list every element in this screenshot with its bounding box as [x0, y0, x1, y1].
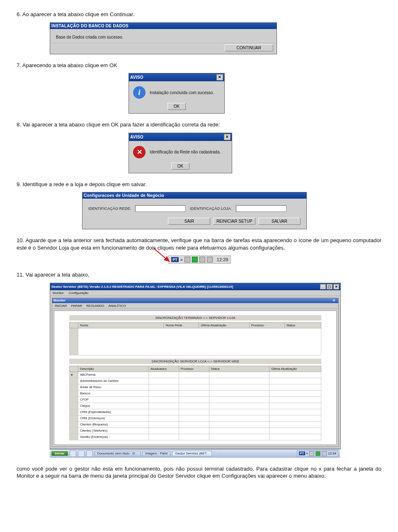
- fig4-reiniciar-button[interactable]: REINICIAR SETUP: [213, 218, 255, 225]
- fig6-start-button[interactable]: Iniciar: [51, 451, 68, 456]
- figure-3: AVISO ✕ Identificação da Rede não cadast…: [17, 133, 381, 173]
- fig6-quicklaunch-1[interactable]: [70, 450, 76, 457]
- figure-2: AVISO ✕ Instalação concluída com sucesso…: [17, 73, 381, 114]
- table-row: [70, 328, 321, 355]
- fig6-quicklaunch-3[interactable]: [86, 450, 93, 457]
- fig4-sair-button[interactable]: SAIR: [168, 218, 210, 225]
- table-row: Administradores de Cartões: [70, 378, 321, 384]
- table-row: CFOP: [70, 396, 321, 403]
- fig5-chevron-icon[interactable]: «: [180, 257, 183, 262]
- fig4-salvar-button[interactable]: SALVAR: [258, 218, 301, 225]
- figure-1: INSTALAÇÃO DO BANCO DE DADOS Base de Dad…: [17, 22, 381, 54]
- fig6-t1-h-ultatual: Última Atualização: [199, 322, 249, 328]
- figure-6: Gestor Servidor (BETA) Versão 2.1.0.2 RE…: [17, 283, 381, 458]
- fig1-title: INSTALAÇÃO DO BANCO DE DADOS: [51, 24, 275, 28]
- fig6-t2-h4: Última Atualização: [269, 366, 321, 372]
- fig6-t2-h2: Processo: [179, 366, 209, 372]
- fig6-t2-h0: Descrição: [78, 366, 149, 372]
- fig6-maximize-icon[interactable]: ▢: [327, 284, 332, 289]
- info-icon: [133, 86, 146, 99]
- fig6-tb-iniciar[interactable]: INICIAR: [55, 304, 67, 308]
- table-row: Áreas de Risco: [70, 384, 321, 390]
- fig6-t1-h-status: Status: [284, 322, 321, 328]
- step-9-text: 9. Identifique a rede e a loja e depois …: [17, 181, 381, 188]
- fig6-close-icon[interactable]: ✕: [333, 284, 339, 289]
- fig3-ok-button[interactable]: OK: [171, 163, 189, 170]
- fig6-sect2-title: SINCRONIZAÇÃO SERVIDOR LOJA <-> SERVIDOR…: [69, 359, 321, 364]
- fig4-label-loja: IDENTIFICAÇÃO LOJA:: [190, 206, 232, 211]
- fig5-servidor-loja-icon[interactable]: [192, 257, 198, 262]
- fig6-tb-parar[interactable]: PARAR: [71, 304, 82, 308]
- figure-4: Configuracoes de Unidade de Negócio IDEN…: [17, 192, 381, 229]
- fig6-task-gestor[interactable]: Gestor Servidor (BET...: [172, 451, 212, 456]
- table-row: CRM (Endereços): [70, 415, 321, 421]
- fig6-task-paint[interactable]: Imagem - Paint: [142, 451, 170, 456]
- fig5-clock: 12:29: [217, 257, 228, 262]
- fig6-t1-h-processo: Processo: [249, 322, 284, 328]
- fig6-tray-chev-icon[interactable]: «: [306, 452, 308, 455]
- table-row: CRM (Especialidades): [70, 409, 321, 415]
- fig2-ok-button[interactable]: OK: [167, 103, 186, 110]
- table-row: Gestão (Endereços): [70, 434, 321, 440]
- fig6-tb-analitico[interactable]: ANALÍTICO: [108, 304, 126, 308]
- fig4-title: Configuracoes de Unidade de Negócio: [84, 193, 305, 198]
- table-row: Cargos: [70, 403, 321, 409]
- fig6-quicklaunch-2[interactable]: [78, 450, 85, 457]
- svg-line-0: [154, 248, 170, 262]
- fig6-inner-title: Monitor: [53, 299, 332, 302]
- error-icon: [133, 146, 146, 158]
- fig6-table-1: Nome Nome Rede Última Atualização Proces…: [69, 322, 321, 355]
- fig2-close-icon[interactable]: ✕: [216, 74, 223, 80]
- fig6-menubar: Monitor Configuração: [50, 290, 340, 296]
- step-post-text: como você pode ver o gestor não esta em …: [17, 465, 381, 480]
- step-8-text: 8. Vai aparecer a tela abaixo clique em …: [17, 121, 381, 129]
- fig6-menu-config[interactable]: Configuração: [69, 291, 89, 295]
- fig6-tray-lang[interactable]: PT: [299, 452, 305, 455]
- fig6-task-doc[interactable]: Documento sem título - D...: [95, 451, 141, 456]
- fig6-sect1-title: SINCRONIZAÇÃO TERMINAIS <-> SERVIDOR LOJ…: [69, 315, 321, 321]
- fig1-titlebar: INSTALAÇÃO DO BANCO DE DADOS: [50, 23, 277, 29]
- fig2-title: AVISO: [130, 75, 216, 80]
- table-row: Clientes (Bloqueios): [70, 421, 321, 428]
- fig5-tray-icon-4[interactable]: [207, 257, 213, 262]
- fig6-t1-h-nomerede: Nome Rede: [164, 322, 199, 328]
- table-row: Clientes (Telefones): [70, 428, 321, 434]
- figure-5: PT « 12:29: [17, 255, 381, 264]
- fig6-title: Gestor Servidor (BETA) Versão 2.1.0.2 RE…: [51, 285, 320, 289]
- fig6-menu-monitor[interactable]: Monitor: [53, 291, 64, 295]
- fig6-tray-i1[interactable]: [309, 451, 314, 456]
- fig6-minimize-icon[interactable]: _: [320, 284, 326, 289]
- fig6-table-2: Descrição Atualizados Processo Status Úl…: [69, 366, 321, 440]
- fig6-t2-h1: Atualizados: [148, 366, 179, 372]
- table-row: Bancos: [70, 390, 321, 396]
- fig6-t2-h3: Status: [209, 366, 269, 372]
- table-row: ▸ABCFarma: [70, 372, 321, 378]
- fig4-input-rede[interactable]: [135, 205, 186, 212]
- step-7-text: 7. Aparecendo a tela abaixo clique em OK: [17, 62, 381, 69]
- fig6-tray-i3[interactable]: [322, 451, 327, 456]
- fig3-title: AVISO: [130, 135, 224, 139]
- fig6-inner-close-icon[interactable]: ✕: [332, 299, 337, 303]
- fig6-tb-resumido[interactable]: RESUMIDO: [86, 304, 104, 308]
- fig1-body-text: Base de Dados criada com sucesso.: [56, 35, 123, 39]
- fig5-monitor-icon[interactable]: [184, 257, 190, 262]
- fig4-input-loja[interactable]: [236, 205, 286, 212]
- fig6-tray-clock: 12:34: [328, 452, 336, 455]
- fig2-msg: Instalação concluída com sucesso.: [150, 90, 214, 95]
- fig4-label-rede: IDENTIFICAÇÃO REDE:: [88, 206, 131, 211]
- fig3-msg: Identificação da Rede não cadastrada.: [150, 150, 221, 154]
- fig3-close-icon[interactable]: ✕: [224, 134, 231, 140]
- step-6-text: 6. Ao aparecer a tela abaixo clique em C…: [17, 11, 381, 18]
- fig1-continuar-button[interactable]: CONTINUAR: [225, 44, 273, 51]
- step-10-text: 10. Aguarde que a tela anterior será fec…: [17, 237, 381, 251]
- fig6-tray-i2[interactable]: [315, 451, 320, 456]
- fig5-tray-icon-3[interactable]: [199, 257, 205, 262]
- step-11-text: 11. Vai aparecer a tela abaixo,: [17, 271, 381, 279]
- fig6-t1-h-nome: Nome: [78, 322, 164, 328]
